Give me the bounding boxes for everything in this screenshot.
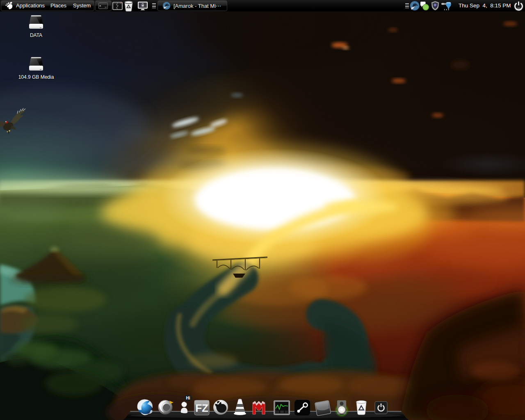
svg-text:Hi: Hi bbox=[186, 396, 190, 400]
svg-text:FZ: FZ bbox=[195, 402, 208, 414]
